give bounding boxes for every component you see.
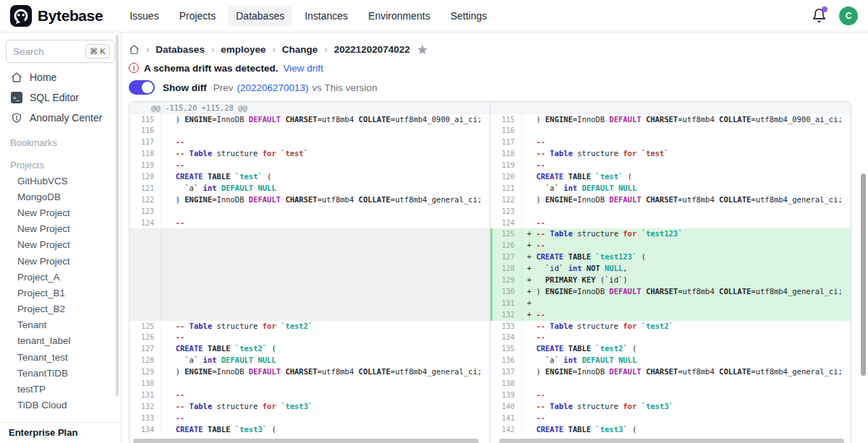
left-horizontal-scrollbar[interactable] [133,439,479,443]
diff-line: 116 [490,125,851,137]
diff-line: 118 -- Table structure for `test` [490,148,851,160]
brand-name: Bytebase [38,7,103,25]
diff-gap-line [129,251,490,263]
diff-gap-line [129,275,490,286]
nav-item-environments[interactable]: Environments [360,6,438,26]
home-breadcrumb-icon[interactable] [129,44,140,55]
show-diff-label: Show diff [163,82,207,93]
sidebar-project-item[interactable]: New Project [0,221,121,237]
line-number: 124 [490,218,522,229]
code-text [161,286,490,298]
diff-gap-line [129,286,490,298]
top-navbar: Bytebase IssuesProjectsDatabasesInstance… [0,0,868,33]
page-vertical-scrollbar[interactable] [861,173,866,376]
sidebar-project-item[interactable]: Tenant_test [0,349,121,365]
show-diff-toggle[interactable] [129,80,155,95]
line-number: 133 [129,413,161,424]
sidebar-item-home[interactable]: Home [0,67,121,87]
code-text: ) ENGINE=InnoDB DEFAULT CHARSET=utf8mb4 … [161,194,490,206]
line-number: 131 [493,298,522,309]
sidebar-section-projects[interactable]: Projects [0,160,121,173]
sidebar-scrollbar[interactable] [116,35,119,396]
sidebar-project-item[interactable]: Tenant [0,317,121,333]
diff-gap-line [129,240,490,251]
diff-gap-line [129,309,490,321]
notification-dot [822,7,827,12]
prev-version-link[interactable]: (202206270013) [237,82,309,93]
diff-line: 130 [129,378,490,390]
line-number: 137 [490,366,522,378]
nav-item-databases[interactable]: Databases [228,6,292,26]
notifications-button[interactable] [812,8,827,24]
code-text: + ) ENGINE=InnoDB DEFAULT CHARSET=utf8mb… [522,286,851,298]
diff-line: 126 -- [129,332,490,343]
code-text: -- [522,390,851,401]
schema-diff-viewer: @@ -115,20 +115,28 @@115 ) ENGINE=InnoDB… [129,101,851,443]
line-number: 120 [129,171,161,183]
breadcrumb-item[interactable]: Change [282,44,318,55]
breadcrumb-item[interactable]: 20221202074022 [334,44,410,55]
code-text: CREATE TABLE `test3` ( [161,424,490,436]
sidebar-section-bookmarks[interactable]: Bookmarks [0,137,121,150]
sidebar-project-item[interactable]: Project_B2 [0,301,121,317]
code-text: ) ENGINE=InnoDB DEFAULT CHARSET=utf8mb4 … [161,114,490,126]
line-number: 140 [490,401,522,413]
code-text: CREATE TABLE `test3` ( [522,424,851,436]
avatar[interactable]: C [839,7,858,25]
diff-line: 116 [129,125,490,137]
sidebar-project-item[interactable]: Project_A [0,269,121,285]
code-text [522,206,851,218]
breadcrumb-item[interactable]: employee [221,44,265,55]
search-input[interactable] [13,46,78,57]
sidebar-project-item[interactable]: New Project [0,237,121,253]
view-drift-link[interactable]: View drift [284,63,323,74]
diff-line: 117 -- [490,137,851,148]
code-text: -- [161,160,490,171]
sidebar-project-item[interactable]: Project_B1 [0,285,121,301]
diff-panel-left: @@ -115,20 +115,28 @@115 ) ENGINE=InnoDB… [129,102,490,443]
sidebar-project-item[interactable]: New Project [0,253,121,269]
nav-item-instances[interactable]: Instances [297,6,356,26]
drift-warning-icon: ! [129,63,139,73]
sidebar-project-item[interactable]: GitHubVCS [0,173,121,189]
nav-item-issues[interactable]: Issues [122,6,166,26]
sidebar-item-sql-editor[interactable]: >_ SQL Editor [0,87,121,108]
line-number: 129 [493,275,522,286]
sidebar-project-item[interactable]: TenantTiDB [0,365,121,381]
brand[interactable]: Bytebase [10,5,103,27]
code-text [161,228,490,240]
star-icon[interactable] [417,44,428,56]
sidebar-project-item[interactable]: testTP [0,381,121,397]
diff-line: 119 -- [490,160,851,171]
toggle-knob [142,82,153,93]
diff-line: 132 -- Table structure for `test3` [129,401,490,413]
code-text: -- [161,332,490,343]
diff-line: 139 -- [490,390,851,401]
code-text: `a` int DEFAULT NULL [522,183,851,194]
code-text: -- Table structure for `test` [522,148,851,160]
sidebar-item-anomaly-center[interactable]: Anomaly Center [0,108,121,128]
sidebar-project-item[interactable]: TiDB Cloud [0,397,121,413]
line-number: 121 [490,183,522,194]
home-icon [10,72,22,84]
right-horizontal-scrollbar[interactable] [499,439,845,443]
sidebar-project-item[interactable]: MongoDB [0,189,121,205]
sidebar-project-item[interactable]: New Project [0,205,121,220]
code-text: -- Table structure for `test2` [161,321,490,332]
line-number: 121 [129,183,161,194]
diff-line: 129+ PRIMARY KEY (`id`) [490,275,851,286]
line-number [129,286,161,298]
diff-line: 129 ) ENGINE=InnoDB DEFAULT CHARSET=utf8… [129,366,490,378]
diff-line: 131 -- [129,390,490,401]
search-box[interactable]: ⌘ K [6,40,115,63]
sidebar-project-item[interactable]: tenant_label [0,333,121,349]
diff-line: 138 [490,378,851,390]
breadcrumb-item[interactable]: Databases [156,44,205,55]
hunk-header: @@ -115,20 +115,28 @@ [129,102,490,114]
diff-line: 130+ ) ENGINE=InnoDB DEFAULT CHARSET=utf… [490,286,851,298]
nav-item-projects[interactable]: Projects [171,6,224,26]
diff-line: 115 ) ENGINE=InnoDB DEFAULT CHARSET=utf8… [490,114,851,126]
nav-item-settings[interactable]: Settings [443,6,495,26]
diff-line: 141 -- [490,413,851,424]
line-number [129,263,161,275]
